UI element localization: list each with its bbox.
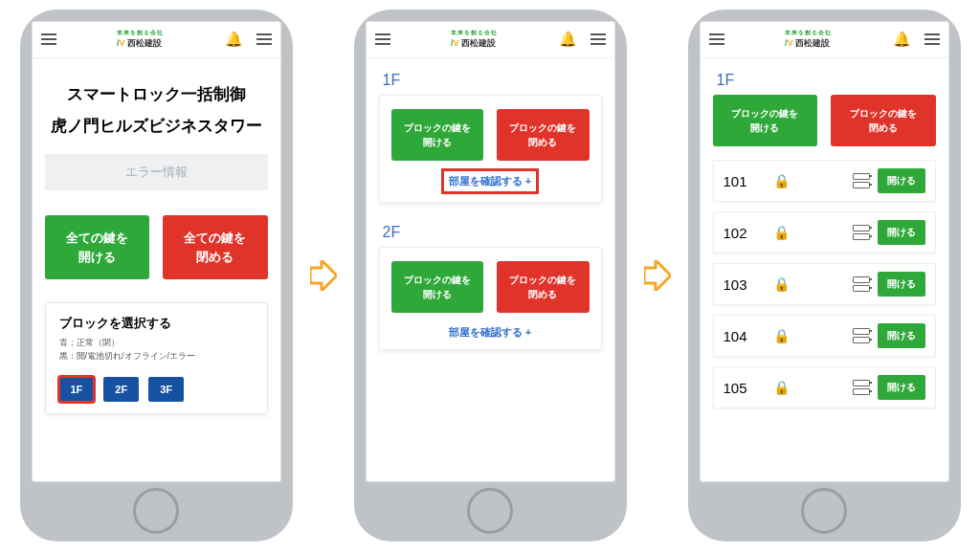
- room-row: 103🔒開ける: [713, 263, 936, 305]
- room-row: 105🔒開ける: [713, 366, 936, 408]
- open-room-button[interactable]: 開ける: [878, 220, 925, 245]
- room-row: 101🔒開ける: [713, 160, 936, 202]
- open-block-button[interactable]: ブロックの鍵を 開ける: [391, 261, 484, 313]
- lock-icon: 🔒: [773, 276, 790, 292]
- lock-icon: 🔒: [773, 173, 790, 188]
- floor-card-1f: ブロックの鍵を 開ける ブロックの鍵を 閉める 部屋を確認する+: [379, 95, 602, 203]
- floor-header-2f: 2F: [383, 224, 602, 241]
- plus-icon: +: [525, 175, 531, 187]
- top-bar: 未来を創る会社 /V 西松建設 🔔: [366, 21, 615, 58]
- open-room-button[interactable]: 開ける: [878, 272, 925, 297]
- room-number: 101: [724, 173, 766, 189]
- open-block-button[interactable]: ブロックの鍵を 開ける: [713, 95, 818, 146]
- lock-icon: 🔒: [773, 225, 790, 240]
- brand-tagline: 未来を創る会社: [117, 29, 164, 37]
- phone-frame-3: 未来を創る会社 /V 西松建設 🔔 1F ブロックの鍵を 開ける ブロックの鍵を…: [688, 10, 961, 541]
- phone-frame-1: 未来を創る会社 /V 西松建設 🔔 スマートロック一括制御 虎ノ門ヒルズビジネス…: [20, 10, 293, 541]
- block-select-card: ブロックを選択する 青：正常（閉） 黒：開/電池切れ/オフライン/エラー 1F …: [45, 302, 268, 414]
- room-row: 104🔒開ける: [713, 315, 936, 357]
- close-block-button[interactable]: ブロックの鍵を 閉める: [831, 95, 936, 146]
- home-button[interactable]: [467, 488, 513, 534]
- lock-icon: 🔒: [773, 328, 790, 343]
- building-name: 虎ノ門ヒルズビジネスタワー: [45, 115, 268, 137]
- settings-menu-icon[interactable]: [256, 33, 272, 45]
- close-block-button[interactable]: ブロックの鍵を 閉める: [497, 261, 590, 313]
- legend: 青：正常（閉） 黒：開/電池切れ/オフライン/エラー: [59, 336, 254, 364]
- screen-1: 未来を創る会社 /V 西松建設 🔔 スマートロック一括制御 虎ノ門ヒルズビジネス…: [32, 21, 281, 482]
- open-block-button[interactable]: ブロックの鍵を 開ける: [391, 109, 484, 161]
- bell-icon[interactable]: 🔔: [225, 31, 243, 48]
- room-number: 103: [724, 276, 766, 293]
- room-number: 102: [724, 225, 766, 241]
- top-bar: 未来を創る会社 /V 西松建設 🔔: [32, 21, 281, 58]
- menu-icon[interactable]: [41, 33, 56, 45]
- flow-arrow-icon: [310, 260, 337, 291]
- battery-icon: [853, 276, 870, 292]
- open-room-button[interactable]: 開ける: [878, 323, 925, 348]
- lock-icon: 🔒: [773, 380, 790, 395]
- floor-header-1f: 1F: [383, 72, 602, 89]
- brand-logo: 未来を創る会社 /V 西松建設: [117, 29, 164, 50]
- legend-blue: 青：正常（閉）: [59, 336, 254, 349]
- open-all-button[interactable]: 全ての鍵を 開ける: [45, 215, 150, 279]
- floor-pill-2f[interactable]: 2F: [103, 377, 139, 402]
- battery-icon: [853, 328, 870, 343]
- page-title: スマートロック一括制御: [45, 83, 268, 105]
- legend-black: 黒：開/電池切れ/オフライン/エラー: [59, 349, 254, 363]
- room-number: 105: [724, 380, 766, 396]
- open-room-button[interactable]: 開ける: [878, 168, 925, 193]
- home-button[interactable]: [133, 488, 179, 534]
- floor-card-2f: ブロックの鍵を 開ける ブロックの鍵を 閉める 部屋を確認する+: [379, 247, 602, 350]
- home-button[interactable]: [801, 488, 847, 534]
- screen-3: 未来を創る会社 /V 西松建設 🔔 1F ブロックの鍵を 開ける ブロックの鍵を…: [700, 21, 949, 482]
- confirm-rooms-link[interactable]: 部屋を確認する+: [443, 322, 537, 342]
- plus-icon: +: [525, 326, 531, 338]
- menu-icon[interactable]: [709, 33, 724, 45]
- battery-icon: [853, 173, 870, 188]
- phone-frame-2: 未来を創る会社 /V 西松建設 🔔 1F ブロックの鍵を 開ける ブロックの鍵を…: [354, 10, 627, 541]
- error-info-banner[interactable]: エラー情報: [45, 154, 268, 190]
- battery-icon: [853, 380, 870, 395]
- brand-logo: 未来を創る会社 /V 西松建設: [451, 29, 498, 50]
- battery-icon: [853, 225, 870, 240]
- flow-arrow-icon: [644, 260, 671, 291]
- room-row: 102🔒開ける: [713, 211, 936, 253]
- floor-header: 1F: [717, 72, 936, 89]
- block-select-title: ブロックを選択する: [59, 315, 254, 332]
- floor-pill-3f[interactable]: 3F: [148, 377, 184, 402]
- close-all-button[interactable]: 全ての鍵を 閉める: [163, 215, 268, 279]
- brand-logo: 未来を創る会社 /V 西松建設: [785, 29, 832, 50]
- confirm-rooms-link[interactable]: 部屋を確認する+: [443, 170, 537, 192]
- top-bar: 未来を創る会社 /V 西松建設 🔔: [700, 21, 949, 58]
- menu-icon[interactable]: [375, 33, 390, 45]
- bell-icon[interactable]: 🔔: [559, 31, 577, 48]
- screen-2: 未来を創る会社 /V 西松建設 🔔 1F ブロックの鍵を 開ける ブロックの鍵を…: [366, 21, 615, 482]
- floor-pill-1f[interactable]: 1F: [59, 377, 95, 402]
- close-block-button[interactable]: ブロックの鍵を 閉める: [497, 109, 590, 161]
- settings-menu-icon[interactable]: [590, 33, 606, 45]
- room-number: 104: [724, 328, 766, 344]
- bell-icon[interactable]: 🔔: [893, 31, 911, 48]
- open-room-button[interactable]: 開ける: [878, 375, 925, 400]
- settings-menu-icon[interactable]: [924, 33, 940, 45]
- brand-name: 西松建設: [127, 38, 162, 48]
